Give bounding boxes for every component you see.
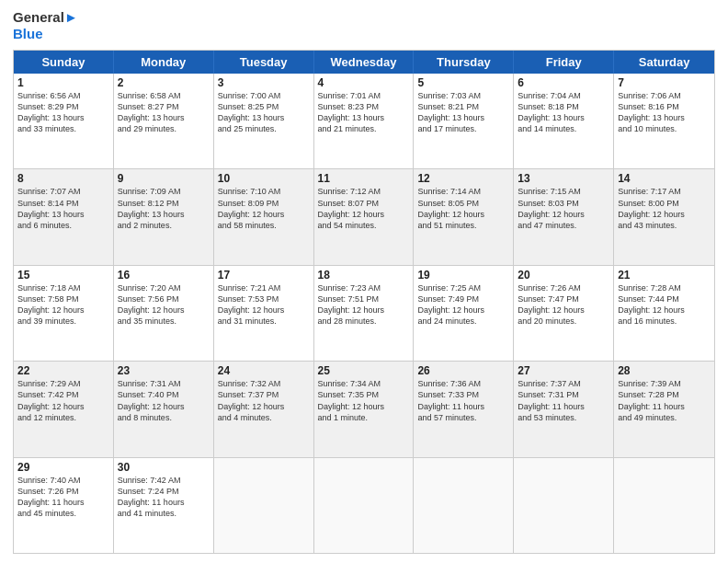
calendar-cell: 28Sunrise: 7:39 AMSunset: 7:28 PMDayligh… <box>614 362 714 456</box>
calendar: SundayMondayTuesdayWednesdayThursdayFrid… <box>13 50 715 554</box>
calendar-body: 1Sunrise: 6:56 AMSunset: 8:29 PMDaylight… <box>14 74 714 553</box>
cell-text: Sunrise: 7:26 AMSunset: 7:47 PMDaylight:… <box>518 282 609 327</box>
cell-text: Sunrise: 7:39 AMSunset: 7:28 PMDaylight:… <box>618 378 711 423</box>
header-day: Friday <box>514 51 614 74</box>
cell-text: Sunrise: 7:17 AMSunset: 8:00 PMDaylight:… <box>618 186 711 231</box>
cell-text: Sunrise: 7:40 AMSunset: 7:26 PMDaylight:… <box>17 475 109 520</box>
calendar-cell: 3Sunrise: 7:00 AMSunset: 8:25 PMDaylight… <box>214 74 314 168</box>
cell-text: Sunrise: 7:36 AMSunset: 7:33 PMDaylight:… <box>417 378 509 423</box>
day-number: 23 <box>118 364 210 377</box>
day-number: 4 <box>318 76 410 89</box>
calendar-cell <box>514 458 614 553</box>
cell-text: Sunrise: 7:32 AMSunset: 7:37 PMDaylight:… <box>218 378 310 423</box>
page: General► Blue SundayMondayTuesdayWednesd… <box>0 0 728 563</box>
calendar-cell: 7Sunrise: 7:06 AMSunset: 8:16 PMDaylight… <box>614 74 714 168</box>
calendar-cell: 1Sunrise: 6:56 AMSunset: 8:29 PMDaylight… <box>14 74 114 168</box>
calendar-cell: 30Sunrise: 7:42 AMSunset: 7:24 PMDayligh… <box>114 458 214 553</box>
header-day: Monday <box>114 51 214 74</box>
calendar-cell: 20Sunrise: 7:26 AMSunset: 7:47 PMDayligh… <box>514 266 614 361</box>
day-number: 10 <box>218 172 310 185</box>
cell-text: Sunrise: 6:58 AMSunset: 8:27 PMDaylight:… <box>118 90 210 135</box>
calendar-cell: 12Sunrise: 7:14 AMSunset: 8:05 PMDayligh… <box>414 169 514 264</box>
day-number: 8 <box>17 172 109 185</box>
calendar-cell: 25Sunrise: 7:34 AMSunset: 7:35 PMDayligh… <box>314 362 415 456</box>
calendar-cell: 13Sunrise: 7:15 AMSunset: 8:03 PMDayligh… <box>514 169 614 264</box>
cell-text: Sunrise: 7:07 AMSunset: 8:14 PMDaylight:… <box>17 186 109 231</box>
cell-text: Sunrise: 7:28 AMSunset: 7:44 PMDaylight:… <box>618 282 711 327</box>
calendar-cell: 10Sunrise: 7:10 AMSunset: 8:09 PMDayligh… <box>214 169 314 264</box>
day-number: 28 <box>618 364 711 377</box>
cell-text: Sunrise: 7:34 AMSunset: 7:35 PMDaylight:… <box>318 378 410 423</box>
cell-text: Sunrise: 7:06 AMSunset: 8:16 PMDaylight:… <box>618 90 711 135</box>
cell-text: Sunrise: 7:00 AMSunset: 8:25 PMDaylight:… <box>218 90 310 135</box>
header-day: Tuesday <box>214 51 314 74</box>
calendar-cell: 4Sunrise: 7:01 AMSunset: 8:23 PMDaylight… <box>314 74 415 168</box>
day-number: 21 <box>618 269 711 282</box>
calendar-cell: 18Sunrise: 7:23 AMSunset: 7:51 PMDayligh… <box>314 266 415 361</box>
cell-text: Sunrise: 7:42 AMSunset: 7:24 PMDaylight:… <box>118 475 210 520</box>
cell-text: Sunrise: 7:12 AMSunset: 8:07 PMDaylight:… <box>318 186 410 231</box>
header-day: Thursday <box>414 51 514 74</box>
header-day: Wednesday <box>314 51 415 74</box>
day-number: 17 <box>218 269 310 282</box>
cell-text: Sunrise: 7:23 AMSunset: 7:51 PMDaylight:… <box>318 282 410 327</box>
day-number: 1 <box>17 76 109 89</box>
calendar-row: 1Sunrise: 6:56 AMSunset: 8:29 PMDaylight… <box>14 74 714 169</box>
calendar-header: SundayMondayTuesdayWednesdayThursdayFrid… <box>14 51 714 74</box>
day-number: 12 <box>417 172 509 185</box>
calendar-cell: 24Sunrise: 7:32 AMSunset: 7:37 PMDayligh… <box>214 362 314 456</box>
day-number: 7 <box>618 76 711 89</box>
cell-text: Sunrise: 7:10 AMSunset: 8:09 PMDaylight:… <box>218 186 310 231</box>
calendar-cell <box>214 458 314 553</box>
cell-text: Sunrise: 7:03 AMSunset: 8:21 PMDaylight:… <box>417 90 509 135</box>
day-number: 26 <box>417 364 509 377</box>
calendar-cell: 5Sunrise: 7:03 AMSunset: 8:21 PMDaylight… <box>414 74 514 168</box>
calendar-cell: 21Sunrise: 7:28 AMSunset: 7:44 PMDayligh… <box>614 266 714 361</box>
header: General► Blue <box>13 9 715 42</box>
calendar-cell: 16Sunrise: 7:20 AMSunset: 7:56 PMDayligh… <box>114 266 214 361</box>
day-number: 16 <box>118 269 210 282</box>
calendar-cell: 2Sunrise: 6:58 AMSunset: 8:27 PMDaylight… <box>114 74 214 168</box>
calendar-cell: 15Sunrise: 7:18 AMSunset: 7:58 PMDayligh… <box>14 266 114 361</box>
cell-text: Sunrise: 7:18 AMSunset: 7:58 PMDaylight:… <box>17 282 109 327</box>
cell-text: Sunrise: 7:37 AMSunset: 7:31 PMDaylight:… <box>518 378 609 423</box>
calendar-cell: 22Sunrise: 7:29 AMSunset: 7:42 PMDayligh… <box>14 362 114 456</box>
day-number: 15 <box>17 269 109 282</box>
calendar-cell: 29Sunrise: 7:40 AMSunset: 7:26 PMDayligh… <box>14 458 114 553</box>
day-number: 14 <box>618 172 711 185</box>
day-number: 20 <box>518 269 609 282</box>
calendar-row: 22Sunrise: 7:29 AMSunset: 7:42 PMDayligh… <box>14 362 714 457</box>
logo-text: General► Blue <box>13 9 78 42</box>
header-day: Sunday <box>14 51 114 74</box>
cell-text: Sunrise: 7:20 AMSunset: 7:56 PMDaylight:… <box>118 282 210 327</box>
calendar-cell: 9Sunrise: 7:09 AMSunset: 8:12 PMDaylight… <box>114 169 214 264</box>
cell-text: Sunrise: 7:14 AMSunset: 8:05 PMDaylight:… <box>417 186 509 231</box>
calendar-cell: 6Sunrise: 7:04 AMSunset: 8:18 PMDaylight… <box>514 74 614 168</box>
day-number: 27 <box>518 364 609 377</box>
calendar-cell: 17Sunrise: 7:21 AMSunset: 7:53 PMDayligh… <box>214 266 314 361</box>
cell-text: Sunrise: 7:09 AMSunset: 8:12 PMDaylight:… <box>118 186 210 231</box>
cell-text: Sunrise: 7:29 AMSunset: 7:42 PMDaylight:… <box>17 378 109 423</box>
calendar-cell: 11Sunrise: 7:12 AMSunset: 8:07 PMDayligh… <box>314 169 415 264</box>
cell-text: Sunrise: 7:31 AMSunset: 7:40 PMDaylight:… <box>118 378 210 423</box>
cell-text: Sunrise: 7:15 AMSunset: 8:03 PMDaylight:… <box>518 186 609 231</box>
day-number: 19 <box>417 269 509 282</box>
calendar-row: 29Sunrise: 7:40 AMSunset: 7:26 PMDayligh… <box>14 458 714 553</box>
calendar-row: 15Sunrise: 7:18 AMSunset: 7:58 PMDayligh… <box>14 266 714 362</box>
cell-text: Sunrise: 7:21 AMSunset: 7:53 PMDaylight:… <box>218 282 310 327</box>
cell-text: Sunrise: 6:56 AMSunset: 8:29 PMDaylight:… <box>17 90 109 135</box>
calendar-cell: 23Sunrise: 7:31 AMSunset: 7:40 PMDayligh… <box>114 362 214 456</box>
day-number: 5 <box>417 76 509 89</box>
day-number: 6 <box>518 76 609 89</box>
calendar-cell <box>614 458 714 553</box>
day-number: 9 <box>118 172 210 185</box>
logo: General► Blue <box>13 9 78 42</box>
header-day: Saturday <box>614 51 714 74</box>
day-number: 2 <box>118 76 210 89</box>
day-number: 11 <box>318 172 410 185</box>
calendar-cell: 26Sunrise: 7:36 AMSunset: 7:33 PMDayligh… <box>414 362 514 456</box>
day-number: 29 <box>17 461 109 474</box>
calendar-cell <box>414 458 514 553</box>
day-number: 3 <box>218 76 310 89</box>
day-number: 25 <box>318 364 410 377</box>
